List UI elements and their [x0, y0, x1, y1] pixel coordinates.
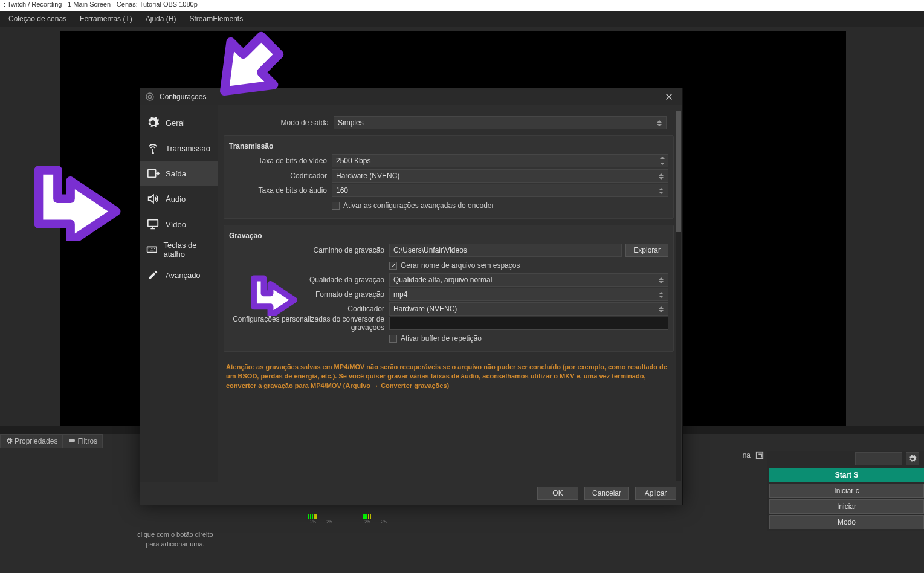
sidebar-item-geral[interactable]: Geral: [140, 110, 218, 135]
output-icon: [146, 167, 160, 180]
recording-format-label: Formato de gravação: [229, 290, 389, 299]
menu-streamelements[interactable]: StreamElements: [183, 12, 249, 25]
dialog-title-text: Configurações: [160, 92, 206, 101]
output-mode-select[interactable]: Simples: [334, 116, 667, 129]
transition-settings-button[interactable]: [906, 452, 919, 465]
sidebar-item-saida[interactable]: Saída: [140, 161, 218, 186]
replay-buffer-checkbox[interactable]: Ativar buffer de repetição: [389, 334, 668, 343]
settings-content: Modo de saída Simples Transmissão Taxa d…: [218, 105, 682, 482]
sidebar-item-audio[interactable]: Áudio: [140, 186, 218, 212]
video-bitrate-input[interactable]: 2500 Kbps: [332, 154, 668, 167]
streaming-title: Transmissão: [229, 140, 668, 153]
sidebar-item-avancado[interactable]: Avançado: [140, 262, 218, 288]
menu-scene-collection[interactable]: Coleção de cenas: [2, 12, 73, 25]
popout-icon[interactable]: [755, 451, 764, 459]
mode-button[interactable]: Modo: [769, 515, 924, 529]
keyboard-icon: [146, 243, 158, 256]
recording-encoder-label: Codificador: [229, 305, 389, 313]
speaker-icon: [146, 192, 160, 206]
recording-quality-select[interactable]: Qualidade alta, arquivo normal: [389, 273, 668, 286]
streaming-group: Transmissão Taxa de bits do vídeo 2500 K…: [224, 135, 674, 219]
ok-button[interactable]: OK: [537, 487, 578, 500]
tools-icon: [146, 268, 160, 282]
obs-icon: [145, 92, 155, 102]
svg-rect-5: [148, 170, 156, 178]
svg-point-4: [148, 95, 151, 98]
menu-bar: Coleção de cenas Ferramentas (T) Ajuda (…: [0, 11, 924, 27]
gear-icon: [908, 455, 917, 463]
settings-sidebar: Geral Transmissão Saída Áudio Vídeo Tecl…: [140, 105, 218, 482]
cancel-button[interactable]: Cancelar: [584, 487, 629, 500]
dialog-titlebar: Configurações: [140, 88, 682, 105]
scene-hint-text: clique com o botão direito para adiciona…: [115, 530, 236, 549]
output-mode-label: Modo de saída: [231, 118, 334, 127]
window-title: : Twitch / Recording - 1 Main Screen - C…: [0, 0, 924, 11]
recording-path-input[interactable]: C:\Users\Unfair\Videos: [389, 244, 622, 257]
sidebar-item-transmissao[interactable]: Transmissão: [140, 135, 218, 161]
start-recording-button[interactable]: Iniciar c: [769, 484, 924, 498]
recording-title: Gravação: [229, 229, 668, 242]
recording-quality-label: Qualidade da gravação: [229, 276, 389, 284]
broadcast-icon: [146, 141, 160, 155]
browse-button[interactable]: Explorar: [625, 244, 668, 257]
recording-path-label: Caminho de gravação: [229, 246, 389, 254]
advanced-encoder-checkbox[interactable]: Ativar as configurações avançadas do enc…: [332, 201, 668, 210]
filters-button[interactable]: Filtros: [63, 434, 103, 448]
svg-rect-6: [148, 220, 158, 227]
close-icon: [665, 93, 673, 100]
audio-bitrate-select[interactable]: 160: [332, 184, 668, 197]
custom-muxer-input[interactable]: [389, 317, 668, 330]
audio-bitrate-label: Taxa de bits do áudio: [229, 186, 332, 195]
sidebar-item-video[interactable]: Vídeo: [140, 212, 218, 237]
sidebar-item-hotkeys[interactable]: Teclas de atalho: [140, 237, 218, 262]
recording-format-select[interactable]: mp4: [389, 288, 668, 301]
audio-meter-grid: -25 -25 -25 -25: [308, 507, 387, 525]
menu-tools[interactable]: Ferramentas (T): [74, 12, 138, 25]
start-button[interactable]: Iniciar: [769, 499, 924, 514]
mp4-warning: Atenção: as gravações salvas em MP4/MOV …: [224, 358, 674, 395]
controls-panel: Start S Iniciar c Iniciar Modo: [767, 451, 924, 531]
svg-point-3: [146, 93, 153, 100]
custom-muxer-label: Configurações personalizadas do converso…: [229, 315, 389, 332]
gear-icon: [5, 438, 13, 445]
stream-encoder-select[interactable]: Hardware (NVENC): [332, 169, 668, 183]
filter-icon: [68, 438, 76, 445]
nospaces-checkbox[interactable]: Gerar nome de arquivo sem espaços: [389, 261, 668, 270]
menu-help[interactable]: Ajuda (H): [140, 12, 183, 25]
recording-group: Gravação Caminho de gravação C:\Users\Un…: [224, 225, 674, 352]
apply-button[interactable]: Aplicar: [635, 487, 676, 500]
dialog-close-button[interactable]: [661, 88, 677, 105]
source-toolbar: Propriedades Filtros: [0, 434, 103, 448]
svg-rect-7: [147, 247, 157, 252]
monitor-icon: [146, 218, 160, 231]
start-streaming-button[interactable]: Start S: [769, 468, 924, 482]
settings-dialog: Configurações Geral Transmissão Saída Áu…: [140, 88, 683, 505]
properties-button[interactable]: Propriedades: [0, 434, 63, 448]
content-scrollbar[interactable]: [676, 111, 681, 481]
svg-point-1: [71, 439, 75, 442]
dialog-footer: OK Cancelar Aplicar: [140, 482, 682, 505]
gear-icon: [146, 116, 160, 129]
recording-encoder-select[interactable]: Hardware (NVENC): [389, 302, 668, 316]
transitions-header: na: [743, 451, 764, 459]
video-bitrate-label: Taxa de bits do vídeo: [229, 157, 332, 165]
transition-select[interactable]: [855, 452, 902, 465]
stream-encoder-label: Codificador: [229, 172, 332, 180]
